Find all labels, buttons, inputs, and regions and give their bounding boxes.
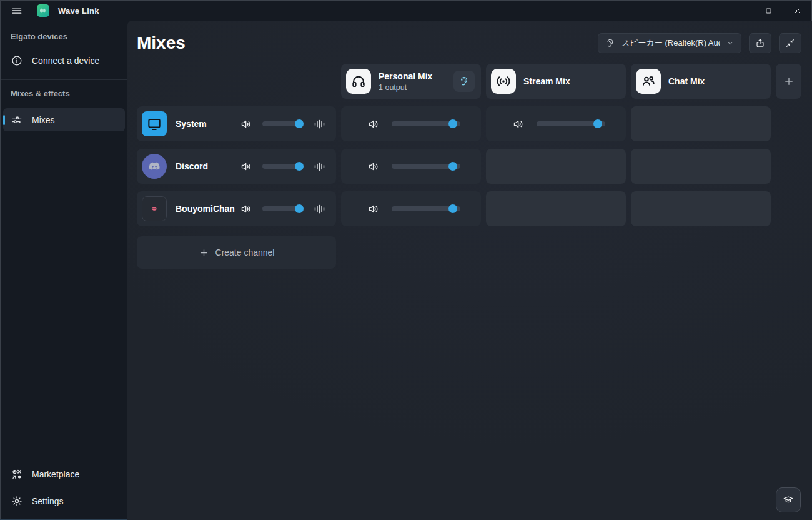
system-monitor-icon <box>142 111 167 136</box>
bouyomichan-app-icon <box>142 196 167 221</box>
sidebar-item-mixes[interactable]: Mixes <box>3 108 125 131</box>
spacer <box>776 191 801 226</box>
hamburger-icon <box>11 4 23 17</box>
volume-icon[interactable] <box>240 202 253 216</box>
selected-indicator <box>3 115 5 125</box>
mix-cell-personal-discord <box>341 149 481 184</box>
volume-slider[interactable] <box>392 206 460 211</box>
share-button[interactable] <box>749 33 771 53</box>
sidebar-section-mixes-effects: Mixes & effects <box>1 80 127 102</box>
people-icon <box>636 69 661 94</box>
gear-icon <box>11 495 23 508</box>
mix-cell-chat-bouyomichan-empty <box>631 191 771 226</box>
effects-waveform-icon[interactable] <box>313 118 326 131</box>
volume-icon[interactable] <box>240 118 253 131</box>
sidebar-item-settings[interactable]: Settings <box>3 489 125 512</box>
mix-subtitle: 1 output <box>379 83 446 92</box>
volume-slider[interactable] <box>262 206 304 211</box>
header-controls: スピーカー (Realtek(R) Audio) <box>598 33 801 53</box>
main-header: Mixes スピーカー (Realtek(R) Audio) <box>127 21 812 53</box>
marketplace-icon <box>11 468 23 481</box>
sidebar-item-label: Settings <box>32 496 64 506</box>
sidebar-item-label: Mixes <box>32 115 55 125</box>
share-icon <box>755 38 766 49</box>
volume-slider[interactable] <box>537 121 605 126</box>
channel-name: Discord <box>176 161 238 172</box>
volume-icon[interactable] <box>240 160 253 173</box>
volume-slider[interactable] <box>262 121 304 126</box>
volume-icon[interactable] <box>367 160 380 173</box>
mix-cell-personal-system <box>341 106 481 141</box>
sidebar-item-label: Connect a device <box>32 56 99 66</box>
sidebar-item-marketplace[interactable]: Marketplace <box>3 462 125 486</box>
volume-icon[interactable] <box>512 118 525 131</box>
add-mix-button[interactable] <box>776 64 801 99</box>
mix-name: Stream Mix <box>523 76 621 87</box>
hamburger-menu-button[interactable] <box>1 1 33 21</box>
effects-waveform-icon[interactable] <box>313 202 326 216</box>
sidebar: Elgato devices Connect a device Mixes & … <box>1 21 127 519</box>
channel-controls <box>240 118 326 131</box>
effects-waveform-icon[interactable] <box>313 160 326 173</box>
maximize-button[interactable] <box>754 1 783 21</box>
mix-cell-stream-bouyomichan-empty <box>486 191 626 226</box>
discord-icon <box>142 154 167 179</box>
mix-cell-chat-discord-empty <box>631 149 771 184</box>
spacer <box>776 106 801 141</box>
mix-header-chat[interactable]: Chat Mix <box>631 64 771 99</box>
broadcast-icon <box>491 69 516 94</box>
channel-strip-bouyomichan: BouyomiChan <box>137 191 336 226</box>
compact-mode-button[interactable] <box>779 33 801 53</box>
spacer <box>776 149 801 184</box>
mix-header-personal[interactable]: Personal Mix 1 output <box>341 64 481 99</box>
ear-icon <box>458 75 470 88</box>
info-icon <box>11 54 23 67</box>
app-window: Wave Link Elgato devices Connect a devic… <box>0 0 812 520</box>
page-title: Mixes <box>137 33 186 53</box>
volume-slider[interactable] <box>392 121 460 126</box>
mix-header-stream[interactable]: Stream Mix <box>486 64 626 99</box>
mix-cell-stream-system <box>486 106 626 141</box>
wave-link-logo-icon <box>37 4 49 17</box>
minimize-button[interactable] <box>725 1 754 21</box>
slider-thumb[interactable] <box>295 119 304 128</box>
sidebar-item-label: Marketplace <box>32 469 79 479</box>
slider-thumb[interactable] <box>448 119 457 128</box>
slider-thumb[interactable] <box>448 162 457 171</box>
create-channel-button[interactable]: Create channel <box>137 236 336 269</box>
volume-icon[interactable] <box>367 202 380 216</box>
plus-icon <box>783 76 795 87</box>
sidebar-item-connect-a-device[interactable]: Connect a device <box>3 49 125 72</box>
sidebar-section-elgato-devices: Elgato devices <box>1 21 127 45</box>
matrix-corner-spacer <box>137 64 336 99</box>
output-device-dropdown[interactable]: スピーカー (Realtek(R) Audio) <box>598 33 741 53</box>
graduation-cap-icon <box>782 494 795 506</box>
headphones-icon <box>346 69 371 94</box>
volume-icon[interactable] <box>367 118 380 131</box>
create-channel-label: Create channel <box>215 248 275 258</box>
mix-header-text: Personal Mix 1 output <box>379 71 446 91</box>
plus-icon <box>199 248 209 258</box>
channel-strip-discord: Discord <box>137 149 336 184</box>
mix-name: Personal Mix <box>379 71 446 82</box>
tutorial-button[interactable] <box>776 488 801 512</box>
sidebar-bottom: Marketplace Settings <box>1 459 127 519</box>
volume-slider[interactable] <box>262 164 304 169</box>
collapse-icon <box>785 38 796 49</box>
volume-slider[interactable] <box>392 164 460 169</box>
close-button[interactable] <box>783 1 811 21</box>
channel-controls <box>240 202 326 216</box>
channel-strip-system: System <box>137 106 336 141</box>
window-controls <box>725 1 811 21</box>
slider-thumb[interactable] <box>295 204 304 213</box>
mix-matrix: Personal Mix 1 output Stream Mix Chat Mi… <box>137 64 801 226</box>
chevron-down-icon <box>726 39 735 48</box>
slider-thumb[interactable] <box>295 162 304 171</box>
monitor-mix-button[interactable] <box>453 71 475 92</box>
channel-controls <box>240 160 326 173</box>
ear-icon <box>605 38 616 49</box>
slider-thumb[interactable] <box>593 119 602 128</box>
mix-name: Chat Mix <box>668 76 766 87</box>
slider-thumb[interactable] <box>448 204 457 213</box>
mixer-icon <box>11 114 23 126</box>
